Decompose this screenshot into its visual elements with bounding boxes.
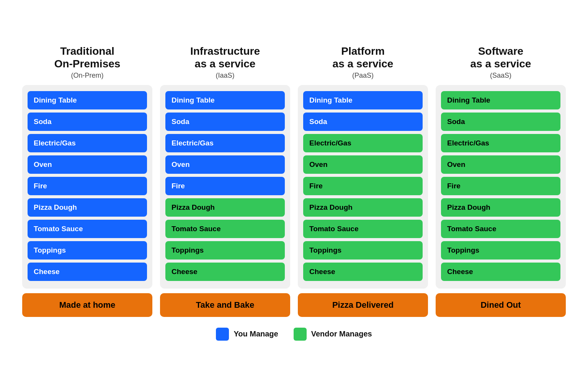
item-badge-on-prem-3: Oven [28, 155, 147, 174]
legend-row: You Manage Vendor Manages [216, 328, 372, 341]
column-footer-paas: Pizza Delivered [298, 293, 428, 317]
item-badge-saas-0: Dining Table [441, 91, 560, 109]
item-badge-on-prem-4: Fire [28, 177, 147, 195]
legend-blue-box [216, 328, 229, 341]
item-badge-iaas-6: Tomato Sauce [165, 220, 285, 238]
column-card-iaas: Dining TableSodaElectric/GasOvenFirePizz… [160, 85, 290, 289]
item-badge-paas-0: Dining Table [303, 91, 423, 109]
column-subtitle-paas: (PaaS) [298, 72, 428, 80]
item-badge-paas-7: Toppings [303, 241, 423, 260]
item-badge-saas-3: Oven [441, 155, 560, 174]
item-badge-paas-8: Cheese [303, 263, 423, 281]
column-footer-iaas: Take and Bake [160, 293, 290, 317]
column-subtitle-on-prem: (On-Prem) [22, 72, 152, 80]
item-badge-iaas-5: Pizza Dough [165, 198, 285, 217]
item-badge-saas-4: Fire [441, 177, 560, 195]
column-saas: Software as a service(SaaS)Dining TableS… [436, 45, 566, 317]
item-badge-paas-5: Pizza Dough [303, 198, 423, 217]
column-header-paas: Platform as a service [298, 45, 428, 70]
item-badge-paas-6: Tomato Sauce [303, 220, 423, 238]
item-badge-on-prem-5: Pizza Dough [28, 198, 147, 217]
column-subtitle-iaas: (IaaS) [160, 72, 290, 80]
item-badge-on-prem-8: Cheese [28, 263, 147, 281]
column-iaas: Infrastructure as a service(IaaS)Dining … [160, 45, 290, 317]
item-badge-on-prem-6: Tomato Sauce [28, 220, 147, 238]
item-badge-iaas-7: Toppings [165, 241, 285, 260]
legend-you-manage: You Manage [216, 328, 278, 341]
item-badge-saas-2: Electric/Gas [441, 134, 560, 152]
item-badge-saas-6: Tomato Sauce [441, 220, 560, 238]
item-badge-on-prem-1: Soda [28, 113, 147, 131]
column-paas: Platform as a service(PaaS)Dining TableS… [298, 45, 428, 317]
item-badge-iaas-2: Electric/Gas [165, 134, 285, 152]
column-header-saas: Software as a service [436, 45, 566, 70]
item-badge-saas-5: Pizza Dough [441, 198, 560, 217]
legend-blue-label: You Manage [234, 330, 278, 338]
column-subtitle-saas: (SaaS) [436, 72, 566, 80]
item-badge-paas-4: Fire [303, 177, 423, 195]
item-badge-saas-1: Soda [441, 113, 560, 131]
legend-green-box [294, 328, 307, 341]
column-card-saas: Dining TableSodaElectric/GasOvenFirePizz… [436, 85, 566, 289]
columns-row: Traditional On-Premises(On-Prem)Dining T… [15, 45, 573, 317]
item-badge-iaas-3: Oven [165, 155, 285, 174]
column-header-on-prem: Traditional On-Premises [22, 45, 152, 70]
legend-vendor-manages: Vendor Manages [294, 328, 372, 341]
column-card-paas: Dining TableSodaElectric/GasOvenFirePizz… [298, 85, 428, 289]
item-badge-paas-3: Oven [303, 155, 423, 174]
item-badge-saas-7: Toppings [441, 241, 560, 260]
item-badge-on-prem-2: Electric/Gas [28, 134, 147, 152]
item-badge-saas-8: Cheese [441, 263, 560, 281]
item-badge-on-prem-0: Dining Table [28, 91, 147, 109]
item-badge-iaas-8: Cheese [165, 263, 285, 281]
column-header-iaas: Infrastructure as a service [160, 45, 290, 70]
item-badge-paas-1: Soda [303, 113, 423, 131]
item-badge-paas-2: Electric/Gas [303, 134, 423, 152]
item-badge-iaas-1: Soda [165, 113, 285, 131]
item-badge-iaas-4: Fire [165, 177, 285, 195]
item-badge-iaas-0: Dining Table [165, 91, 285, 109]
main-container: Traditional On-Premises(On-Prem)Dining T… [15, 45, 573, 340]
column-card-on-prem: Dining TableSodaElectric/GasOvenFirePizz… [22, 85, 152, 289]
column-footer-on-prem: Made at home [22, 293, 152, 317]
legend-green-label: Vendor Manages [311, 330, 372, 338]
item-badge-on-prem-7: Toppings [28, 241, 147, 260]
column-footer-saas: Dined Out [436, 293, 566, 317]
column-on-prem: Traditional On-Premises(On-Prem)Dining T… [22, 45, 152, 317]
